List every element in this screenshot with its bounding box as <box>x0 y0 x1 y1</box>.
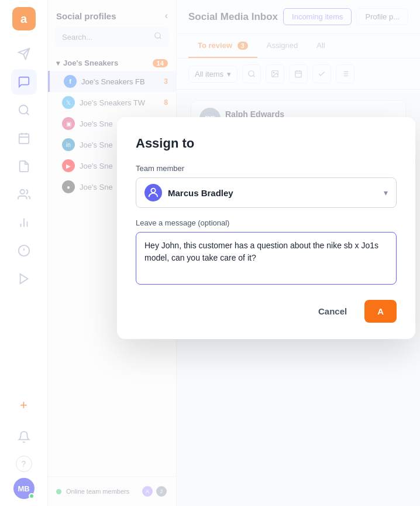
team-member-select[interactable]: Marcus Bradley ▾ <box>136 177 397 208</box>
select-chevron-icon: ▾ <box>384 188 388 197</box>
modal-actions: Cancel A <box>136 300 397 323</box>
modal-title: Assign to <box>136 136 397 151</box>
cancel-button[interactable]: Cancel <box>308 300 357 322</box>
team-member-label: Team member <box>136 164 397 173</box>
message-textarea[interactable]: Hey John, this customer has a question a… <box>136 232 397 285</box>
team-member-avatar <box>144 184 162 201</box>
assign-modal: Assign to Team member Marcus Bradley ▾ L… <box>117 117 415 339</box>
team-member-name: Marcus Bradley <box>168 188 378 198</box>
assign-button[interactable]: A <box>364 300 397 323</box>
message-label: Leave a message (optional) <box>136 218 397 227</box>
svg-point-32 <box>151 189 155 193</box>
